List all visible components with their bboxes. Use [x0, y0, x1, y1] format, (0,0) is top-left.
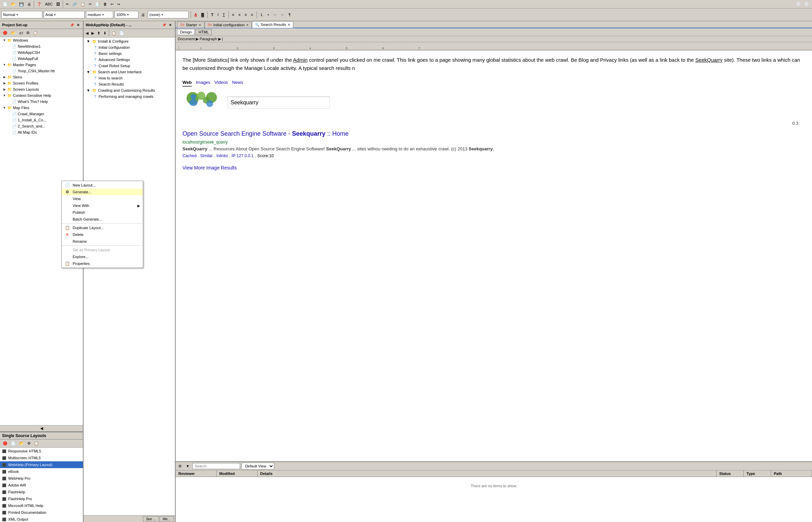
ssl-item-responsive[interactable]: ⬛ Responsive HTML5	[0, 448, 83, 454]
toolbar-btn-copy[interactable]: 📋	[79, 1, 87, 8]
toolbar-btn-r1[interactable]: ⬜	[795, 1, 802, 8]
tree-item-windows[interactable]: ▼ 📁 Windows	[0, 37, 83, 43]
toolbar-btn-cut[interactable]: ✂	[87, 1, 93, 8]
align-right[interactable]: ≡	[243, 12, 248, 18]
tree-item-webappfull[interactable]: 📄 WebAppFull	[0, 56, 83, 62]
align-justify[interactable]: ≡	[250, 12, 254, 18]
indent-in[interactable]: →	[271, 12, 278, 18]
mid-tree-searchresults[interactable]: ? Search Results	[84, 81, 174, 87]
html-btn[interactable]: HTML	[195, 29, 212, 35]
tree-item-whatsthis[interactable]: 📄 What's This? Help	[0, 99, 83, 105]
toolbar-btn-undo[interactable]: ↩	[109, 1, 115, 8]
ctx-publish[interactable]: Publish	[62, 209, 143, 216]
tab-initconfig[interactable]: Rh Initial configuration ✕	[205, 21, 252, 28]
highlight-btn[interactable]: ▓	[200, 12, 205, 18]
tree-item-screenprofiles[interactable]: ▶ 📁 Screen Profiles	[0, 80, 83, 86]
ctx-batch-generate[interactable]: Batch Generate...	[62, 216, 143, 223]
tree-item-skins[interactable]: ▶ 📁 Skins	[0, 74, 83, 80]
mid-tree-advanced[interactable]: ? Advanced Settings	[84, 57, 174, 63]
panel-close-icon[interactable]: ✕	[75, 22, 81, 28]
toggle-sp[interactable]: ▶	[2, 81, 7, 85]
tab-images[interactable]: Images	[196, 79, 210, 87]
toolbar-btn-img[interactable]: 🖼	[55, 1, 61, 7]
ctx-view[interactable]: View	[62, 195, 143, 202]
toolbar-btn-delete[interactable]: 🗑	[102, 1, 108, 7]
italic-btn[interactable]: I	[216, 12, 220, 18]
style-dropdown[interactable]: Normal ▼	[1, 11, 42, 18]
middle-btn3[interactable]: ⬆	[96, 30, 102, 36]
toolbar-btn-link[interactable]: 🔗	[71, 1, 78, 8]
ssl-item-webhelp[interactable]: ⬛ WebHelp (Primary Layout)	[0, 461, 83, 468]
toggle-skins[interactable]: ▶	[2, 75, 7, 79]
mid-tree-initconfig[interactable]: ? Initial configuration	[84, 44, 174, 50]
ctx-generate[interactable]: ⚙ Generate...	[62, 189, 143, 195]
ctx-rename[interactable]: Rename	[62, 238, 143, 245]
para-marks[interactable]: ¶	[287, 12, 292, 18]
tree-item-mapfiles[interactable]: ▼ 📁 Map Files	[0, 105, 83, 111]
mid-tree-crawling[interactable]: ▼ 📁 Crawling and Customizing Results	[84, 87, 174, 93]
tree-item-webappcsh[interactable]: 📄 WebAppCSH	[0, 49, 83, 56]
toggle-cshf[interactable]: ▼	[2, 94, 7, 97]
tab-videos[interactable]: Videos	[215, 79, 228, 87]
tab-searchresults[interactable]: 🔍 Search Results ✕	[252, 21, 293, 28]
toolbar-btn-pencil[interactable]: ✏	[64, 1, 70, 8]
toolbar-btn-paste[interactable]: 📑	[94, 1, 101, 8]
project-btn2[interactable]: 📂	[10, 30, 17, 36]
tab-starter-close[interactable]: ✕	[198, 23, 201, 27]
design-btn[interactable]: Design	[177, 29, 195, 35]
ssl-btn5[interactable]: 📋	[33, 440, 40, 447]
ssl-item-air[interactable]: ⬛ Adobe AIR	[0, 482, 83, 489]
toolbar-btn-spell[interactable]: ABC	[44, 1, 54, 7]
toggle-windows[interactable]: ▼	[2, 39, 7, 42]
tree-item-csh[interactable]: ▼ 📁 Context-Sensitive Help	[0, 92, 83, 99]
indent-out[interactable]: ←	[279, 12, 286, 18]
underline-btn[interactable]: T	[221, 12, 226, 18]
view-more-link[interactable]: View More Image Results	[182, 164, 805, 171]
ctx-delete[interactable]: ✕ Delete	[62, 231, 143, 238]
ssl-item-htmlhelp[interactable]: ⬛ Microsoft HTML Help	[0, 502, 83, 509]
ctx-new-layout[interactable]: 📄 New Layout...	[62, 182, 143, 189]
zoom-dropdown[interactable]: 100% ▼	[115, 11, 138, 18]
toolbar-btn-print[interactable]: 🖨	[26, 1, 32, 7]
tree-item-search[interactable]: 📄 2_Search_and...	[0, 123, 83, 129]
format-dropdown[interactable]: (none) ▼	[148, 11, 189, 18]
tree-item-install[interactable]: 📄 1_Install_&_Co...	[0, 117, 83, 123]
tab-searchresults-close[interactable]: ✕	[287, 23, 290, 27]
ssl-item-ebook[interactable]: ⬛ eBook	[0, 468, 83, 475]
toggle-sl[interactable]: ▶	[2, 88, 7, 91]
ctx-view-with[interactable]: View With ▶ Default Browser	[62, 202, 143, 209]
ctx-explore[interactable]: Explore...	[62, 253, 143, 260]
expand-crawling[interactable]: ▼	[86, 88, 91, 93]
project-btn3[interactable]: 🏷	[18, 30, 24, 36]
bottom-btn-filter1[interactable]: ⚙	[177, 463, 183, 469]
mid-tree-install[interactable]: ▼ 📁 Install & Configure	[84, 38, 174, 44]
tab-starter[interactable]: Rh Starter ✕	[177, 21, 204, 28]
expand-install[interactable]: ▼	[86, 39, 91, 44]
toolbar-btn-save[interactable]: 💾	[18, 1, 25, 8]
font-color-btn[interactable]: A	[193, 12, 198, 18]
tree-item-yoop[interactable]: 📄 Yoop_CSH_Master.htt	[0, 68, 83, 74]
project-btn4[interactable]: ⚙	[25, 30, 31, 36]
ssl-btn4[interactable]: ⚙	[26, 440, 32, 447]
result-title-1[interactable]: Open Source Search Engine Software - See…	[182, 129, 805, 138]
ssl-item-flashpro[interactable]: ⬛ FlashHelp Pro	[0, 495, 83, 502]
inlinks-link[interactable]: Inlinks	[216, 153, 228, 158]
mid-tree-crawl[interactable]: ? Crawl Robot Setup	[84, 63, 174, 69]
tree-item-masterpages[interactable]: ▼ 📁 Master Pages	[0, 62, 83, 68]
ssl-btn3[interactable]: 📂	[18, 440, 25, 447]
similar-link[interactable]: Similar	[200, 153, 213, 158]
middle-btn6[interactable]: 📄	[118, 30, 126, 36]
see-tab[interactable]: See ...	[143, 516, 159, 522]
collapse-btn[interactable]: ◀	[0, 425, 83, 432]
ssl-item-webhelppro[interactable]: ⬛ WebHelp Pro	[0, 475, 83, 482]
view-dropdown[interactable]: Default View	[241, 463, 274, 469]
toolbar-btn-help[interactable]: ❓	[35, 1, 43, 8]
we-tab[interactable]: We...	[160, 516, 174, 522]
middle-close-icon[interactable]: ✕	[167, 22, 173, 28]
toolbar-print2[interactable]: 🖨	[140, 12, 146, 18]
mid-tree-searchui[interactable]: ▼ 📁 Search and User Interface	[84, 69, 174, 75]
bottom-btn-filter2[interactable]: ▼	[184, 463, 191, 469]
middle-btn1[interactable]: ◀	[84, 30, 90, 36]
ssl-item-xml[interactable]: ⬛ XML Output	[0, 516, 83, 522]
tab-web[interactable]: Web	[182, 79, 192, 87]
